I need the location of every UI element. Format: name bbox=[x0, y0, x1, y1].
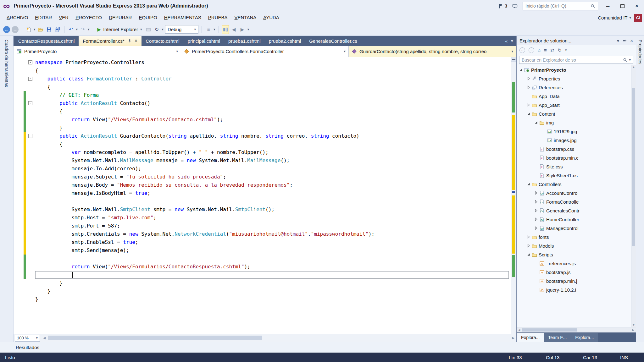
scrollbar-thumb[interactable] bbox=[48, 336, 262, 340]
tree-item[interactable]: JSbootstrap.js bbox=[517, 268, 631, 277]
indicator-margin[interactable] bbox=[14, 67, 24, 75]
code-line[interactable] bbox=[14, 271, 511, 279]
new-item-button[interactable] bbox=[25, 25, 32, 34]
navigate-backward-button[interactable]: ← bbox=[3, 26, 10, 33]
status-character[interactable]: Car 13 bbox=[583, 355, 620, 360]
minimize-button[interactable]: – bbox=[603, 0, 613, 12]
code-line[interactable]: { bbox=[14, 140, 511, 148]
indicator-margin[interactable] bbox=[14, 99, 24, 107]
code-line[interactable]: { bbox=[14, 67, 511, 75]
indicator-margin[interactable] bbox=[14, 107, 24, 116]
tree-item[interactable]: #bootstrap.css bbox=[517, 145, 631, 153]
code-line[interactable]: System.Net.Mail.MailMessage mensaje = ne… bbox=[14, 156, 511, 165]
undo-button[interactable]: ↶ bbox=[68, 25, 75, 34]
tree-item[interactable]: images.jpg bbox=[517, 136, 631, 145]
code-line[interactable]: { bbox=[14, 83, 511, 91]
code-text[interactable]: mensaje.Subject = "Tu solicitud ha sido … bbox=[35, 173, 511, 181]
expander-collapsed-icon[interactable] bbox=[534, 217, 539, 222]
editor-split-handle[interactable] bbox=[511, 57, 516, 62]
expander-collapsed-icon[interactable] bbox=[526, 85, 531, 90]
tree-item[interactable]: C#FormaControlle bbox=[517, 197, 631, 206]
code-text[interactable] bbox=[35, 197, 511, 206]
expander-collapsed-icon[interactable] bbox=[526, 243, 531, 248]
save-all-button[interactable] bbox=[54, 25, 61, 34]
code-line[interactable]: // GET: Forma bbox=[14, 91, 511, 99]
scroll-right-icon[interactable]: ▶ bbox=[510, 334, 516, 342]
tree-vertical-scrollbar[interactable]: ▲▼ bbox=[631, 65, 636, 327]
indicator-margin[interactable] bbox=[14, 75, 24, 83]
indicator-margin[interactable] bbox=[14, 197, 24, 206]
code-text[interactable]: mensaje.To.Add(correo); bbox=[35, 165, 511, 173]
refresh-dropdown[interactable]: ▾ bbox=[162, 27, 164, 31]
find-in-files-button[interactable]: ≡ bbox=[205, 25, 212, 34]
doc-tab[interactable]: principal.cshtml bbox=[184, 36, 224, 46]
indicator-margin[interactable] bbox=[14, 279, 24, 287]
indicator-margin[interactable] bbox=[14, 246, 24, 255]
expander-expanded-icon[interactable] bbox=[534, 120, 539, 125]
code-text[interactable]: smtp.Port = 587; bbox=[35, 222, 511, 230]
code-line[interactable] bbox=[14, 197, 511, 206]
code-text[interactable] bbox=[35, 255, 511, 263]
doc-tab[interactable]: prueba1.cshtml bbox=[224, 36, 265, 46]
scroll-left-icon[interactable]: ◀ bbox=[517, 327, 522, 332]
doc-tab[interactable]: Contacto.cshtml bbox=[142, 36, 184, 46]
indicator-margin[interactable] bbox=[14, 165, 24, 173]
scrollbar-thumb[interactable] bbox=[632, 88, 635, 246]
code-text[interactable]: System.Net.Mail.SmtpClient smtp = new Sy… bbox=[35, 206, 511, 214]
menu-ayuda[interactable]: AYUDA bbox=[260, 12, 283, 23]
tree-item[interactable]: JS_references.js bbox=[517, 259, 631, 268]
tree-item[interactable]: C#AccountContro bbox=[517, 189, 631, 197]
code-text[interactable]: { bbox=[35, 83, 511, 91]
code-text[interactable]: smtp.Send(mensaje); bbox=[35, 246, 511, 255]
code-editor[interactable]: -namespace PrimerProyecto.Controllers{- … bbox=[14, 57, 516, 334]
code-line[interactable]: - public class FormaController : Control… bbox=[14, 75, 511, 83]
indicator-margin[interactable] bbox=[14, 91, 24, 99]
indicator-margin[interactable] bbox=[14, 230, 24, 238]
menu-depurar[interactable]: DEPURAR bbox=[105, 12, 135, 23]
tree-item[interactable]: App_Data bbox=[517, 92, 631, 101]
tree-item[interactable]: App_Start bbox=[517, 101, 631, 109]
sync-with-active-document-icon[interactable]: ⇄ bbox=[550, 47, 554, 53]
code-line[interactable]: var nombrecompleto = apellido.ToUpper() … bbox=[14, 148, 511, 156]
results-pane-tab[interactable]: Resultados bbox=[0, 342, 644, 353]
refresh-button[interactable]: ↻ bbox=[153, 25, 160, 34]
indicator-margin[interactable] bbox=[14, 83, 24, 91]
close-icon[interactable]: × bbox=[135, 38, 137, 43]
code-line[interactable]: return View("/Views/Formularios/Contacto… bbox=[14, 116, 511, 124]
quick-launch-search[interactable]: Inicio rápido (Ctrl+Q) bbox=[523, 2, 598, 10]
tool-window-tab[interactable]: Explora... bbox=[517, 333, 544, 342]
tree-item[interactable]: img bbox=[517, 118, 631, 127]
status-column[interactable]: Col 13 bbox=[546, 355, 583, 360]
code-line[interactable]: } bbox=[14, 295, 511, 304]
open-file-button[interactable] bbox=[37, 25, 44, 34]
pin-icon[interactable] bbox=[127, 39, 132, 43]
solution-configuration-select[interactable]: Debug ▾ bbox=[165, 25, 198, 34]
code-text[interactable]: public ActionResult Contacto() bbox=[35, 99, 511, 107]
pin-icon[interactable] bbox=[622, 38, 627, 43]
tree-item[interactable]: JSbootstrap.min.j bbox=[517, 277, 631, 285]
code-line[interactable]: mensaje.IsBodyHtml = true; bbox=[14, 189, 511, 197]
code-line[interactable]: smtp.Port = 587; bbox=[14, 222, 511, 230]
code-line[interactable]: } bbox=[14, 287, 511, 295]
scroll-right-icon[interactable]: ▶ bbox=[631, 327, 636, 332]
code-text[interactable]: return View("/Views/Formularios/Contacto… bbox=[35, 263, 511, 271]
code-text[interactable]: { bbox=[35, 140, 511, 148]
code-line[interactable]: mensaje.Body = "Hemos recibido su consul… bbox=[14, 181, 511, 189]
status-insert-mode[interactable]: INS bbox=[620, 355, 638, 360]
indicator-margin[interactable] bbox=[14, 116, 24, 124]
indicator-margin[interactable] bbox=[14, 238, 24, 246]
code-text[interactable]: } bbox=[35, 124, 511, 132]
code-line[interactable] bbox=[14, 255, 511, 263]
refresh-icon[interactable]: ↻ bbox=[558, 47, 562, 53]
collapse-all-icon[interactable]: ≡ bbox=[544, 47, 547, 53]
tree-item[interactable]: #StyleSheet1.cs bbox=[517, 171, 631, 180]
navigate-highlighted-button[interactable] bbox=[222, 25, 229, 34]
code-text[interactable]: namespace PrimerProyecto.Controllers bbox=[35, 58, 511, 67]
code-text[interactable]: mensaje.Body = "Hemos recibido su consul… bbox=[35, 181, 511, 189]
expander-expanded-icon[interactable] bbox=[526, 252, 531, 257]
menu-ver[interactable]: VER bbox=[55, 12, 72, 23]
zoom-select[interactable]: 100 % ▾ bbox=[15, 335, 40, 342]
indicator-margin[interactable] bbox=[14, 124, 24, 132]
tree-item[interactable]: fonts bbox=[517, 233, 631, 241]
code-text[interactable]: } bbox=[35, 279, 511, 287]
